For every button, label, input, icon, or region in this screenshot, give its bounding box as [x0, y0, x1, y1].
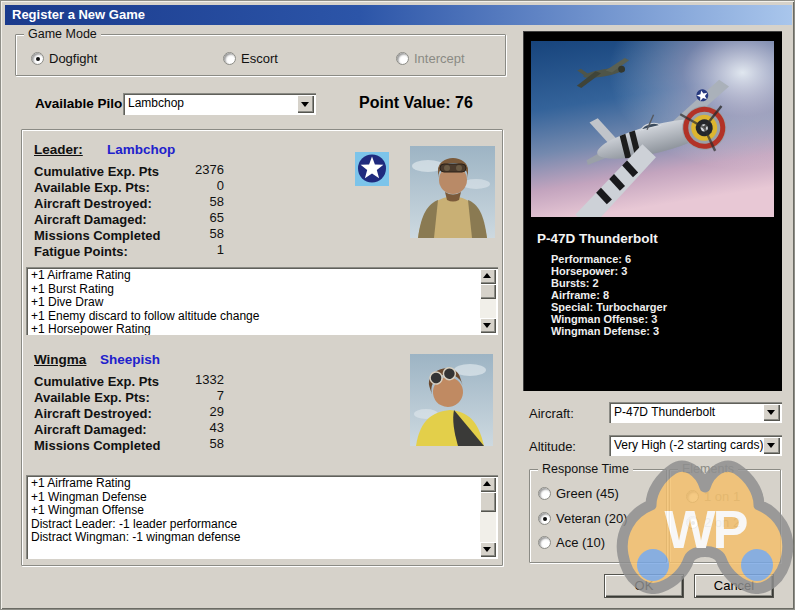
leader-abilities-listbox[interactable]: +1 Airframe Rating +1 Burst Rating +1 Di…	[26, 267, 498, 335]
radio-1on1	[686, 490, 699, 503]
stat-value: 58	[140, 194, 224, 209]
response-time-group-label: Response Time	[538, 462, 633, 476]
radio-ace-label[interactable]: Ace (10)	[556, 535, 605, 550]
arrow-up-icon	[483, 481, 491, 486]
game-mode-group-label: Game Mode	[24, 27, 101, 41]
aircraft-stat: Special: Turbocharger	[551, 301, 667, 313]
chevron-down-icon	[301, 102, 309, 107]
aircraft-info-panel: P-47D Thunderbolt Performance: 6 Horsepo…	[523, 31, 782, 391]
radio-green[interactable]	[538, 487, 551, 500]
stat-value: 43	[140, 420, 224, 435]
scroll-down-button[interactable]	[480, 318, 496, 333]
leader-portrait	[410, 146, 495, 238]
chevron-down-icon	[767, 410, 775, 415]
scrollbar-thumb[interactable]	[480, 492, 496, 512]
list-item[interactable]: +1 Dive Draw	[29, 296, 478, 310]
stat-value: 29	[140, 404, 224, 419]
wingman-portrait	[410, 354, 493, 446]
stat-label: Fatigue Points:	[34, 244, 128, 259]
response-time-group: Response Time Green (45) Veteran (20) Ac…	[529, 469, 667, 563]
stat-value: 58	[140, 436, 224, 451]
altitude-combobox-value: Very High (-2 starting cards)	[614, 438, 763, 452]
stat-value: 0	[140, 178, 224, 193]
scrollbar[interactable]	[480, 477, 496, 557]
stat-row: Missions Completed58	[34, 436, 234, 452]
stat-row: Aircraft Destroyed:58	[34, 194, 234, 210]
pilot-combobox[interactable]: Lambchop	[123, 93, 316, 115]
stat-label: Aircraft Damaged:	[34, 422, 147, 437]
wingman-abilities-listbox[interactable]: +1 Airframe Rating +1 Wingman Defense +1…	[26, 475, 498, 559]
stat-row: Fatigue Points:1	[34, 242, 234, 258]
radio-veteran-label[interactable]: Veteran (20)	[556, 511, 628, 526]
list-item[interactable]: +1 Enemy discard to follow altitude chan…	[29, 310, 478, 324]
altitude-combobox[interactable]: Very High (-2 starting cards)	[609, 435, 782, 456]
altitude-select-label: Altitude:	[529, 439, 576, 454]
stat-row: Cumulative Exp. Pts2376	[34, 162, 234, 178]
stat-label: Available Exp. Pts:	[34, 390, 150, 405]
stat-value: 1	[140, 242, 224, 257]
radio-ace[interactable]	[538, 536, 551, 549]
cancel-button[interactable]: Cancel	[694, 574, 774, 598]
radio-dogfight[interactable]	[31, 52, 44, 65]
scrollbar-thumb[interactable]	[480, 284, 496, 299]
wingman-name: Sheepish	[100, 352, 160, 367]
radio-intercept	[396, 52, 409, 65]
list-item[interactable]: +1 Horsepower Rating	[29, 323, 478, 335]
point-value-number: 76	[455, 94, 473, 111]
aircraft-stat: Horsepower: 3	[551, 265, 627, 277]
radio-2on2	[686, 516, 699, 529]
arrow-up-icon	[483, 273, 491, 278]
point-value-label: Point Value:	[359, 94, 451, 111]
aircraft-stat: Wingman Offense: 3	[551, 313, 657, 325]
scroll-down-button[interactable]	[480, 542, 496, 557]
list-item[interactable]: +1 Burst Rating	[29, 283, 478, 297]
stat-value: 58	[140, 226, 224, 241]
aircraft-stat: Bursts: 2	[551, 277, 599, 289]
scrollbar[interactable]	[480, 269, 496, 333]
list-item[interactable]: Distract Wingman: -1 wingman defense	[29, 531, 478, 545]
stat-label: Aircraft Destroyed:	[34, 406, 152, 421]
leader-heading: Leader:	[34, 142, 83, 157]
list-item[interactable]: +1 Airframe Rating	[29, 269, 478, 283]
radio-intercept-label: Intercept	[414, 51, 465, 66]
ok-button[interactable]: OK	[604, 574, 684, 598]
list-item[interactable]: Distract Leader: -1 leader performance	[29, 518, 478, 532]
aircraft-title: P-47D Thunderbolt	[537, 231, 658, 246]
radio-escort[interactable]	[223, 52, 236, 65]
list-item[interactable]: +1 Airframe Rating	[29, 477, 478, 491]
us-star-insignia-icon	[355, 152, 389, 186]
arrow-down-icon	[483, 547, 491, 552]
scroll-up-button[interactable]	[480, 269, 496, 284]
register-new-game-dialog: Register a New Game Game Mode Dogfight E…	[0, 0, 795, 610]
aircraft-stat: Wingman Defense: 3	[551, 325, 659, 337]
chevron-down-icon	[767, 443, 775, 448]
radio-dogfight-label[interactable]: Dogfight	[49, 51, 97, 66]
leader-name: Lambchop	[107, 142, 175, 157]
stat-value: 65	[140, 210, 224, 225]
stat-row: Available Exp. Pts:7	[34, 388, 234, 404]
stat-value: 1332	[140, 372, 224, 387]
available-pilot-label: Available Pilo	[35, 96, 122, 111]
radio-escort-label[interactable]: Escort	[241, 51, 278, 66]
aircraft-select-label: Aircraft:	[529, 406, 574, 421]
radio-veteran[interactable]	[538, 512, 551, 525]
arrow-down-icon	[483, 323, 491, 328]
aircraft-combobox-value: P-47D Thunderbolt	[614, 405, 715, 419]
aircraft-stat: Performance: 6	[551, 253, 631, 265]
list-item[interactable]: +1 Wingman Offense	[29, 504, 478, 518]
list-item[interactable]: +1 Wingman Defense	[29, 491, 478, 505]
aircraft-image	[531, 41, 774, 217]
radio-green-label[interactable]: Green (45)	[556, 486, 619, 501]
pilot-detail-panel: Leader: Lambchop Cumulative Exp. Pts2376…	[21, 129, 503, 566]
scroll-up-button[interactable]	[480, 477, 496, 492]
radio-2on2-label: 2 on 2	[704, 515, 740, 530]
aircraft-combobox-dropdown-button[interactable]	[763, 404, 780, 421]
aircraft-combobox[interactable]: P-47D Thunderbolt	[609, 402, 782, 423]
stat-row: Aircraft Damaged:65	[34, 210, 234, 226]
stat-row: Available Exp. Pts:0	[34, 178, 234, 194]
pilot-combobox-dropdown-button[interactable]	[297, 95, 314, 113]
stat-value: 2376	[140, 162, 224, 177]
stat-value: 7	[140, 388, 224, 403]
altitude-combobox-dropdown-button[interactable]	[763, 437, 780, 454]
title-bar[interactable]: Register a New Game	[5, 5, 792, 25]
